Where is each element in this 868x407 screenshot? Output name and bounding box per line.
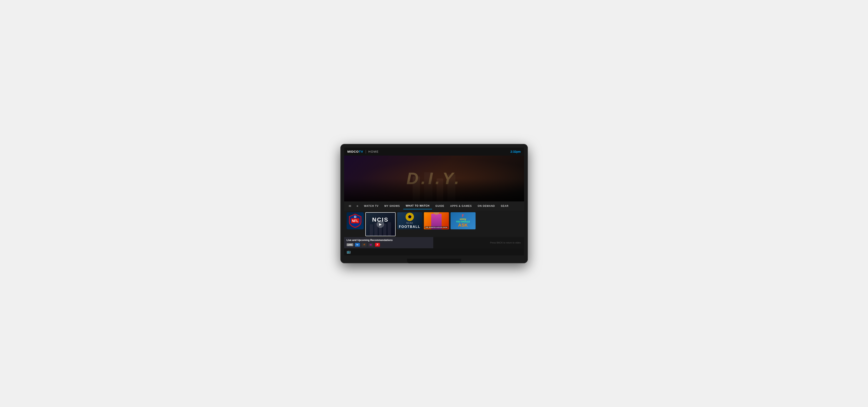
nav-item-guide[interactable]: GUIDE (433, 203, 447, 209)
mail-icon: ✉ (349, 204, 351, 208)
card-ncaa[interactable]: ⬟ NCAA FOOTBALL (397, 212, 422, 229)
tv-set: MIDCOTV | HOME 2:32pm D.I.Y. (340, 144, 528, 263)
nav-item-on-demand[interactable]: ON DEMAND (475, 203, 497, 209)
service-icon-netflix[interactable]: N (375, 243, 380, 247)
rec-row: LIVE tv ↺ M N (347, 243, 431, 247)
time-display: 2:32pm (510, 150, 521, 153)
ncis-play-button[interactable]: ▶ (377, 220, 384, 228)
nav-item-search[interactable]: SEAR (498, 203, 511, 209)
ncaa-football-label: FOOTBALL (399, 225, 421, 229)
brand-name: MIDCOTV (347, 150, 363, 153)
card-nfl[interactable]: NFL (347, 212, 364, 229)
service-icon-on-demand[interactable]: M (368, 243, 373, 247)
tv-stand-base (407, 259, 461, 263)
service-icon-tv[interactable]: tv (355, 243, 360, 247)
rec-title: Live and Upcoming Recommendations (347, 239, 431, 242)
menu-icon: ≡ (356, 204, 358, 208)
tv-outer: MIDCOTV | HOME 2:32pm D.I.Y. (340, 144, 528, 263)
nav-item-watch-tv[interactable]: WATCH TV (362, 203, 381, 209)
card-funny[interactable]: F unny YOU SHOULD ASK (451, 212, 475, 229)
recommendations-panel: Live and Upcoming Recommendations LIVE t… (344, 237, 433, 248)
page-title: HOME (368, 150, 379, 153)
menu-icon-btn[interactable]: ≡ (354, 203, 361, 209)
funny-title: F unny YOU SHOULD ASK (455, 213, 471, 228)
content-area: NFL (344, 211, 524, 255)
mail-icon-btn[interactable]: ✉ (347, 203, 353, 209)
back-hint: Press BACK to return to video (490, 242, 521, 244)
svg-text:NFL: NFL (352, 219, 358, 223)
nfl-shield-icon: NFL (349, 214, 362, 228)
nav-bar: ✉ ≡ WATCH TV MY SHOWS WHAT TO WATCH GUID… (344, 201, 524, 211)
card-ncis[interactable]: NCIS ▶ (365, 212, 396, 236)
right-panel: Press BACK to return to video (433, 237, 524, 248)
live-badge: LIVE (347, 243, 353, 246)
ncaa-icon: ⬟ (406, 213, 414, 221)
hero-area: D.I.Y. (344, 156, 524, 201)
tv-screen: MIDCOTV | HOME 2:32pm D.I.Y. (344, 148, 524, 255)
service-icon-replay[interactable]: ↺ (362, 243, 367, 247)
nav-item-my-shows[interactable]: MY SHOWS (382, 203, 402, 209)
header-bar: MIDCOTV | HOME 2:32pm (344, 148, 524, 156)
header-divider: | (365, 149, 366, 154)
cards-section: NFL (344, 211, 524, 236)
status-bar: 📺 (344, 248, 524, 255)
nav-item-what-to-watch[interactable]: WHAT TO WATCH (403, 203, 432, 209)
bottom-section: Live and Upcoming Recommendations LIVE t… (344, 237, 524, 248)
nav-item-apps-games[interactable]: APPS & GAMES (447, 203, 474, 209)
ncaa-label: NCAA (406, 222, 413, 224)
tv-stand-neck (428, 255, 440, 259)
card-jennifer[interactable]: Lighting Up Daytime! THE JENNIFER HUDSON… (424, 212, 449, 229)
header-left: MIDCOTV | HOME (347, 149, 379, 154)
jennifer-show-title: THE JENNIFER HUDSON SHOW (425, 226, 448, 228)
hero-overlay (344, 156, 524, 201)
tv-status-icon: 📺 (347, 250, 351, 254)
